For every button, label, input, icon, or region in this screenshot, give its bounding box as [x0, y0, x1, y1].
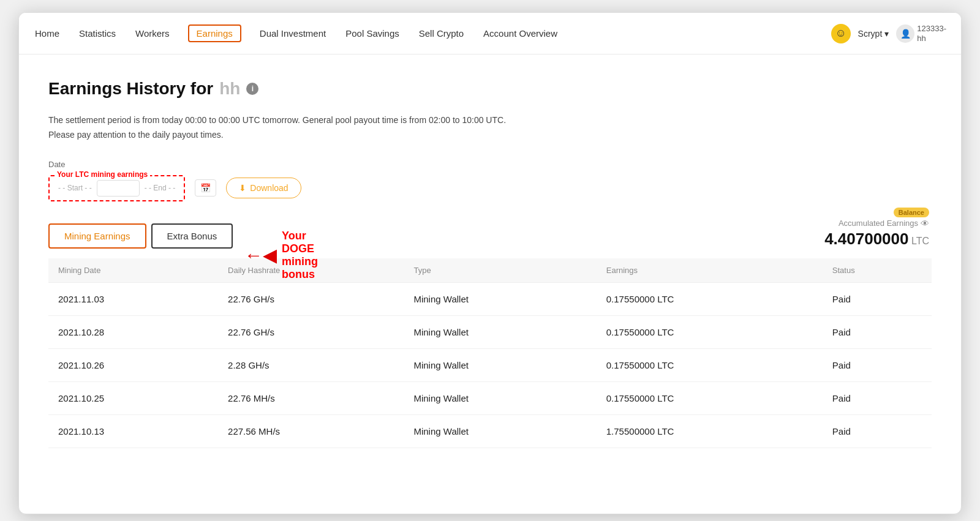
- cell-type: Mining Wallet: [404, 282, 596, 315]
- cell-hashrate: 22.76 GH/s: [218, 282, 404, 315]
- table-row: 2021.10.2822.76 GH/sMining Wallet0.17550…: [48, 315, 932, 348]
- download-button[interactable]: ⬇ Download: [226, 178, 301, 198]
- nav-dual-investment[interactable]: Dual Investment: [258, 26, 327, 41]
- tab-extra-bonus[interactable]: Extra Bonus: [151, 223, 233, 249]
- cell-status: Paid: [823, 282, 932, 315]
- cell-earnings: 0.17550000 LTC: [597, 282, 823, 315]
- tabs-with-annotation: Mining Earnings Extra Bonus ←◀ Your DOGE…: [48, 223, 233, 249]
- cell-hashrate: 22.76 MH/s: [218, 381, 404, 414]
- table-row: 2021.10.262.28 GH/sMining Wallet0.175500…: [48, 348, 932, 381]
- table-row: 2021.10.2522.76 MH/sMining Wallet0.17550…: [48, 381, 932, 414]
- balance-badge: Balance: [894, 208, 929, 217]
- balance-row: Balance Accumulated Earnings 👁 4.4070000…: [824, 208, 932, 249]
- cell-date: 2021.10.13: [48, 414, 218, 448]
- scrypt-label: Scrypt: [858, 29, 883, 39]
- cell-earnings: 0.17550000 LTC: [597, 381, 823, 414]
- filter-row: Your LTC mining earnings - - Start - - -…: [48, 175, 932, 201]
- calendar-button[interactable]: 📅: [195, 179, 216, 197]
- table-row: 2021.10.13227.56 MH/sMining Wallet1.7550…: [48, 414, 932, 448]
- date-range-inputs: - - Start - - - - End - -: [58, 180, 175, 197]
- cell-earnings: 0.17550000 LTC: [597, 315, 823, 348]
- date-label: Date: [48, 160, 932, 169]
- nav-left: Home Statistics Workers Earnings Dual In…: [34, 24, 559, 42]
- tabs-row: Mining Earnings Extra Bonus: [48, 223, 233, 249]
- cell-type: Mining Wallet: [404, 348, 596, 381]
- cell-date: 2021.10.26: [48, 348, 218, 381]
- main-content: Earnings History for hh i The settlement…: [19, 54, 961, 473]
- col-mining-date: Mining Date: [48, 258, 218, 283]
- nav-account-overview[interactable]: Account Overview: [482, 26, 559, 41]
- page-title-text: Earnings History for: [48, 79, 213, 99]
- date-start-input[interactable]: [97, 180, 140, 197]
- nav-avatar-area: 👤 123333- hh: [896, 24, 946, 43]
- username-masked: hh: [219, 79, 240, 99]
- nav-earnings[interactable]: Earnings: [188, 24, 241, 42]
- nav-right: ☺ Scrypt ▾ 👤 123333- hh: [831, 24, 946, 43]
- download-label: Download: [250, 183, 288, 193]
- navbar: Home Statistics Workers Earnings Dual In…: [19, 13, 961, 54]
- start-label: - - Start - -: [58, 184, 92, 192]
- accumulated-unit: LTC: [911, 236, 929, 246]
- nav-user-icon-area: ☺: [831, 24, 851, 43]
- smiley-icon: ☺: [831, 24, 851, 43]
- settlement-text: The settlement period is from today 00:0…: [48, 113, 932, 143]
- nav-home[interactable]: Home: [34, 26, 61, 41]
- table-head: Mining Date Daily Hashrate Type Earnings…: [48, 258, 932, 283]
- ltc-annotation-label: Your LTC mining earnings: [55, 170, 150, 179]
- cell-earnings: 0.17550000 LTC: [597, 348, 823, 381]
- col-type: Type: [404, 258, 596, 283]
- main-window: Home Statistics Workers Earnings Dual In…: [18, 12, 962, 514]
- cell-earnings: 1.75500000 LTC: [597, 414, 823, 448]
- cell-status: Paid: [823, 414, 932, 448]
- nav-workers[interactable]: Workers: [134, 26, 171, 41]
- tab-mining-earnings[interactable]: Mining Earnings: [48, 223, 146, 249]
- end-label: - - End - -: [145, 184, 176, 192]
- cell-hashrate: 22.76 GH/s: [218, 315, 404, 348]
- download-icon: ⬇: [239, 183, 246, 193]
- nav-sell-crypto[interactable]: Sell Crypto: [418, 26, 465, 41]
- cell-type: Mining Wallet: [404, 381, 596, 414]
- earnings-table: Mining Date Daily Hashrate Type Earnings…: [48, 258, 932, 448]
- username-sub: hh: [917, 34, 946, 43]
- tabs-left: Mining Earnings Extra Bonus ←◀ Your DOGE…: [48, 223, 233, 249]
- eye-icon[interactable]: 👁: [921, 219, 929, 228]
- page-title: Earnings History for hh i: [48, 79, 932, 99]
- table-header-row: Mining Date Daily Hashrate Type Earnings…: [48, 258, 932, 283]
- user-avatar-icon: 👤: [896, 24, 914, 43]
- accumulated-value-area: 4.40700000 LTC: [824, 230, 929, 249]
- filter-section: Date Your LTC mining earnings - - Start …: [48, 160, 932, 201]
- tabs-and-balance: Mining Earnings Extra Bonus ←◀ Your DOGE…: [48, 214, 932, 249]
- col-status: Status: [823, 258, 932, 283]
- nav-pool-savings[interactable]: Pool Savings: [344, 26, 401, 41]
- cell-status: Paid: [823, 315, 932, 348]
- cell-type: Mining Wallet: [404, 315, 596, 348]
- doge-annotation-text: Your DOGE mining bonus: [282, 230, 318, 281]
- table-row: 2021.11.0322.76 GH/sMining Wallet0.17550…: [48, 282, 932, 315]
- username-top: 123333-: [917, 24, 946, 34]
- cell-date: 2021.11.03: [48, 282, 218, 315]
- chevron-down-icon: ▾: [884, 29, 889, 39]
- cell-hashrate: 227.56 MH/s: [218, 414, 404, 448]
- cell-date: 2021.10.25: [48, 381, 218, 414]
- nav-scrypt-selector[interactable]: Scrypt ▾: [858, 29, 889, 39]
- table-body: 2021.11.0322.76 GH/sMining Wallet0.17550…: [48, 282, 932, 448]
- doge-arrow-icon: ←◀: [244, 246, 277, 264]
- accumulated-value: 4.40700000: [824, 230, 908, 248]
- doge-arrow-area: ←◀ Your DOGE mining bonus: [244, 230, 318, 281]
- accumulated-label: Accumulated Earnings 👁: [839, 219, 929, 228]
- info-icon[interactable]: i: [246, 83, 258, 95]
- cell-date: 2021.10.28: [48, 315, 218, 348]
- cell-status: Paid: [823, 381, 932, 414]
- col-earnings: Earnings: [597, 258, 823, 283]
- nav-statistics[interactable]: Statistics: [78, 26, 117, 41]
- cell-status: Paid: [823, 348, 932, 381]
- ltc-annotation-box: Your LTC mining earnings - - Start - - -…: [48, 175, 185, 201]
- cell-type: Mining Wallet: [404, 414, 596, 448]
- cell-hashrate: 2.28 GH/s: [218, 348, 404, 381]
